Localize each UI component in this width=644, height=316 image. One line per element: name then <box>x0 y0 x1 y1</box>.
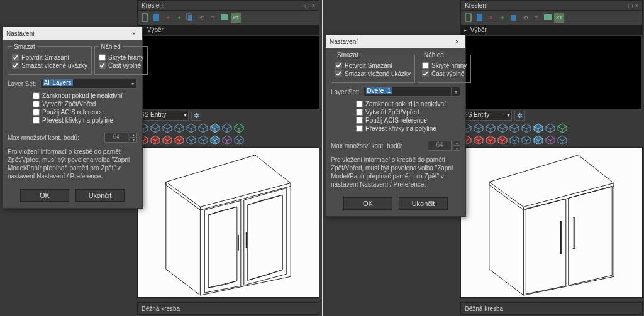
refresh-icon[interactable]: ⟲ <box>197 13 207 23</box>
iso-cube-icon[interactable] <box>198 135 209 145</box>
cancel-button[interactable]: Ukončit <box>399 197 448 210</box>
iso-cube-icon[interactable] <box>557 123 568 133</box>
copy-icon[interactable] <box>509 13 519 23</box>
drawing-viewport[interactable] <box>137 147 319 298</box>
iso-cube-red-icon[interactable] <box>486 135 496 145</box>
chk-lock[interactable]: Zamknout pokud je neaktivní <box>356 101 460 107</box>
chk-samples[interactable]: Smazat vložené ukázky <box>335 70 411 77</box>
tree-row[interactable]: ▸ Výběr <box>461 25 642 35</box>
close-icon[interactable]: × <box>635 3 638 9</box>
iso-cube-icon[interactable] <box>486 123 496 133</box>
entity-select[interactable]: SS Entity▾ <box>462 111 512 121</box>
drawing-viewport[interactable] <box>460 147 643 298</box>
iso-cube-icon[interactable] <box>509 123 520 133</box>
iso-cube-sel-icon[interactable] <box>533 123 544 133</box>
iso-cube-icon[interactable] <box>186 135 197 145</box>
iso-cube-red-icon[interactable] <box>497 135 508 145</box>
iso-cube-icon[interactable] <box>186 123 197 133</box>
new-doc-icon[interactable] <box>464 13 474 23</box>
sun-icon[interactable]: ✲ <box>514 111 525 121</box>
iso-cube-red-icon[interactable] <box>150 135 161 145</box>
chk-confirm[interactable]: Potvrdit Smazání <box>12 54 87 61</box>
xl-badge-icon[interactable]: X1 <box>554 13 564 23</box>
fieldset-delete-legend: Smazat <box>335 52 360 58</box>
chk-poly[interactable]: Převést křivky na polyline <box>33 117 137 124</box>
iso-cube-red-icon[interactable] <box>474 135 484 145</box>
max-spinner[interactable]: ▴▾ <box>130 133 137 143</box>
tree-expand-icon[interactable]: ▸ <box>464 26 469 33</box>
delete-icon[interactable]: × <box>486 13 496 23</box>
iso-cube-icon[interactable] <box>557 135 568 145</box>
iso-cube-icon[interactable] <box>234 135 245 145</box>
chk-confirm[interactable]: Potvrdit Smazání <box>335 62 411 69</box>
chk-poly[interactable]: Převést křivky na polyline <box>356 125 460 132</box>
spinner-up-icon[interactable]: ▴ <box>130 133 137 138</box>
dialog-title-bar[interactable]: Nastavení × <box>326 35 465 48</box>
xl-badge-icon[interactable]: X1 <box>231 13 241 23</box>
refresh-icon[interactable]: ⟲ <box>520 13 530 23</box>
chevron-down-icon[interactable]: ▾ <box>451 87 460 96</box>
chk-undo[interactable]: Vytvořit Zpět/Vpřed <box>356 109 460 116</box>
add-icon[interactable]: ＋ <box>497 13 508 23</box>
iso-cube-sel-icon[interactable] <box>533 135 544 145</box>
spinner-up-icon[interactable]: ▴ <box>453 141 460 146</box>
close-icon[interactable]: × <box>130 29 138 38</box>
cancel-button[interactable]: Ukončit <box>75 189 125 202</box>
iso-cube-red-icon[interactable] <box>174 135 185 145</box>
iso-cube-icon[interactable] <box>222 135 233 145</box>
chk-hidden[interactable]: Skryté hrany <box>422 62 467 69</box>
ok-button[interactable]: OK <box>20 189 69 202</box>
settings-icon[interactable]: ≡ <box>531 13 541 23</box>
tree-row[interactable]: ▸ Výběr <box>138 25 319 35</box>
doc-blue-icon[interactable] <box>152 13 162 23</box>
iso-cube-icon[interactable] <box>521 135 532 145</box>
delete-icon[interactable]: × <box>163 13 173 23</box>
iso-cube-icon[interactable] <box>210 123 221 133</box>
new-doc-icon[interactable] <box>140 13 150 23</box>
ok-button[interactable]: OK <box>343 197 392 210</box>
sun-icon[interactable]: ✲ <box>191 111 201 121</box>
board-icon[interactable] <box>219 13 230 23</box>
iso-cube-icon[interactable] <box>162 123 173 133</box>
dialog-title-bar[interactable]: Nastavení × <box>3 27 142 40</box>
close-icon[interactable]: × <box>453 37 462 46</box>
doc-blue-icon[interactable] <box>475 13 485 23</box>
iso-cube-icon[interactable] <box>545 123 556 133</box>
spinner-down-icon[interactable]: ▾ <box>453 146 460 151</box>
chevron-down-icon[interactable]: ▾ <box>128 79 136 88</box>
chk-hidden[interactable]: Skryté hrany <box>99 54 143 61</box>
iso-cube-icon[interactable] <box>198 123 209 133</box>
board-icon[interactable] <box>543 13 553 23</box>
chk-fill[interactable]: Část výplně <box>99 62 143 69</box>
close-icon[interactable]: × <box>312 3 315 9</box>
iso-cube-icon[interactable] <box>497 123 508 133</box>
iso-cube-icon[interactable] <box>174 123 185 133</box>
max-field[interactable]: 64 <box>104 133 128 143</box>
pin-icon[interactable]: ▢ <box>304 3 310 9</box>
iso-cube-icon[interactable] <box>509 135 520 145</box>
layerset-select[interactable]: All Layers ▾ <box>40 79 137 89</box>
chk-samples[interactable]: Smazat vložené ukázky <box>12 62 87 69</box>
chk-lock[interactable]: Zamknout pokud je neaktivní <box>33 92 137 99</box>
max-spinner[interactable]: ▴▾ <box>453 141 460 151</box>
layerset-select[interactable]: Dveře_1 ▾ <box>364 87 460 97</box>
settings-icon[interactable]: ≡ <box>208 13 218 23</box>
pin-icon[interactable]: ▢ <box>628 3 633 9</box>
add-icon[interactable]: ＋ <box>174 13 184 23</box>
iso-cube-icon[interactable] <box>222 123 233 133</box>
max-field[interactable]: 64 <box>428 141 452 151</box>
chk-acis[interactable]: Použij ACIS reference <box>33 109 137 116</box>
iso-cube-icon[interactable] <box>234 123 245 133</box>
copy-icon[interactable] <box>186 13 196 23</box>
chk-acis[interactable]: Použij ACIS reference <box>356 117 460 124</box>
iso-cube-icon[interactable] <box>150 123 161 133</box>
iso-cube-icon[interactable] <box>474 123 484 133</box>
iso-cube-icon[interactable] <box>521 123 532 133</box>
spinner-down-icon[interactable]: ▾ <box>130 138 137 143</box>
iso-cube-red-icon[interactable] <box>162 135 173 145</box>
chk-undo[interactable]: Vytvořit Zpět/Vpřed <box>33 101 137 107</box>
iso-cube-sel-icon[interactable] <box>210 135 221 145</box>
iso-cube-icon[interactable] <box>545 135 556 145</box>
chk-fill[interactable]: Část výplně <box>422 70 467 77</box>
entity-select[interactable]: SS Entity▾ <box>138 111 189 121</box>
